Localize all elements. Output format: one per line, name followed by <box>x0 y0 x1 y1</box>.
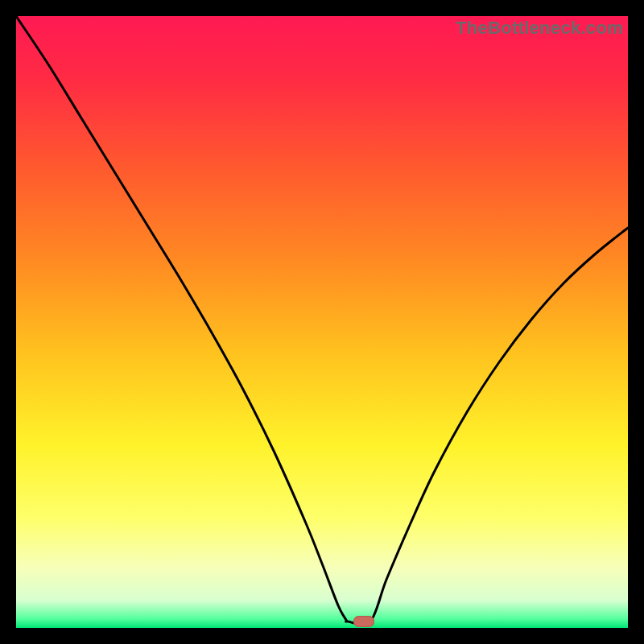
chart-frame: TheBottleneck.com <box>0 0 644 644</box>
plot-area: TheBottleneck.com <box>16 16 628 628</box>
bottleneck-curve <box>16 16 628 628</box>
optimal-point-marker <box>353 616 374 627</box>
